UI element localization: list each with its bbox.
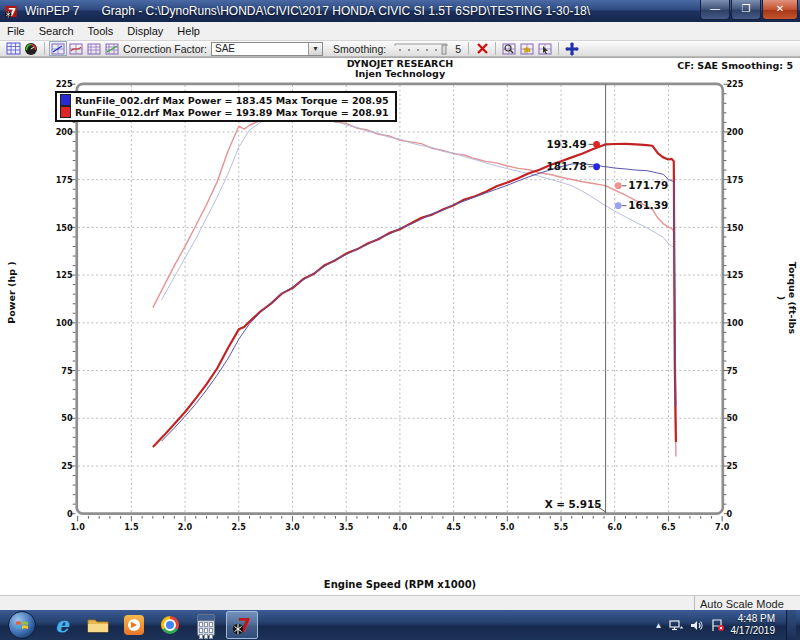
- graph-type-4-button[interactable]: [103, 41, 121, 56]
- action-center-flag-icon[interactable]: [710, 619, 725, 632]
- app-name: WinPEP 7: [25, 4, 79, 18]
- taskbar: e ▶ 7 ▲: [0, 610, 800, 640]
- menu-file[interactable]: File: [0, 23, 32, 39]
- callout-dot: [615, 202, 622, 209]
- cursor-label: X = 5.915: [545, 498, 602, 510]
- status-bar: Auto Scale Mode: [0, 595, 800, 611]
- chart-header-cf: CF: SAE Smoothing: 5: [677, 60, 793, 71]
- x-tick-label: 2.5: [232, 522, 247, 532]
- zoom-tool-button[interactable]: [500, 41, 518, 56]
- y-tick-label-right: 75: [726, 366, 738, 376]
- red-x-icon: [476, 42, 489, 55]
- toolbar: Correction Factor: SAE ▼ Smoothing: 5: [0, 41, 800, 57]
- legend-label: RunFile_002.drf Max Power = 183.45 Max T…: [75, 95, 389, 106]
- pointer-grid-icon: [538, 43, 552, 55]
- y-tick-label-left: 200: [56, 127, 73, 137]
- x-tick-label: 4.5: [446, 522, 461, 532]
- correction-factor-label: Correction Factor:: [123, 43, 207, 55]
- correction-factor-dropdown[interactable]: SAE ▼: [211, 42, 323, 56]
- winpep-app-icon: 7: [4, 4, 20, 19]
- y-tick-label-left: 150: [56, 223, 73, 233]
- scale-mode-indicator: Auto Scale Mode: [694, 596, 800, 611]
- x-tick-label: 1.5: [124, 522, 139, 532]
- chrome-icon[interactable]: [154, 611, 186, 639]
- blue-cross-icon: [565, 42, 579, 56]
- x-tick-label: 5.0: [500, 522, 515, 532]
- y-tick-label-left: 100: [56, 318, 73, 328]
- callout-dot: [615, 182, 622, 189]
- x-tick-label: 2.0: [178, 522, 193, 532]
- x-tick-label: 6.0: [608, 522, 623, 532]
- y-tick-label-left: 0: [67, 509, 73, 519]
- graph-type-3-icon: [87, 43, 101, 55]
- gauge-view-button[interactable]: [22, 41, 40, 56]
- windows-logo-icon: [15, 618, 29, 632]
- graph-view-button[interactable]: [4, 41, 22, 56]
- legend-swatch-blue: [60, 94, 71, 106]
- move-axes-button[interactable]: [563, 41, 581, 56]
- hidden-icons-chevron[interactable]: ▲: [655, 621, 663, 630]
- internet-explorer-icon[interactable]: e: [46, 611, 78, 639]
- pan-hand-icon: [520, 43, 534, 55]
- callout-dot: [593, 163, 600, 170]
- show-desktop-button[interactable]: [786, 610, 796, 640]
- speaker-icon[interactable]: [690, 619, 704, 632]
- legend-swatch-red: [60, 106, 71, 118]
- graph-type-2-button[interactable]: [67, 41, 85, 56]
- chart-area: 1.01.52.02.53.03.54.04.55.05.56.06.57.00…: [0, 57, 800, 596]
- menu-display[interactable]: Display: [120, 23, 170, 39]
- clock-date: 4/17/2019: [731, 625, 776, 637]
- network-icon[interactable]: [669, 619, 684, 632]
- delete-run-button[interactable]: [473, 41, 491, 56]
- correction-factor-value: SAE: [212, 43, 308, 54]
- menu-tools[interactable]: Tools: [81, 23, 121, 39]
- y-tick-label-left: 75: [61, 366, 73, 376]
- y-tick-label-left: 125: [56, 270, 73, 280]
- y-tick-label-right: 225: [726, 79, 743, 89]
- calculator-icon[interactable]: [190, 611, 222, 639]
- x-tick-label: 3.0: [285, 522, 300, 532]
- callout-label: 181.78: [547, 160, 587, 172]
- taskbar-clock[interactable]: 4:48 PM 4/17/2019: [731, 613, 776, 637]
- system-tray: ▲ 4:48 PM 4/17/2019: [655, 610, 800, 640]
- callout-label: 161.39: [628, 199, 668, 211]
- file-explorer-icon[interactable]: [82, 611, 114, 639]
- graph-type-3-button[interactable]: [85, 41, 103, 56]
- graph-grid-icon: [6, 42, 21, 55]
- winpep-logo-icon: 7: [231, 614, 253, 636]
- winpep-taskbar-button[interactable]: 7: [226, 611, 258, 639]
- legend-row: RunFile_012.drf Max Power = 193.89 Max T…: [60, 106, 389, 118]
- callout-dot: [593, 141, 600, 148]
- toolbar-separator: [558, 42, 559, 55]
- menu-search[interactable]: Search: [32, 23, 81, 39]
- select-tool-button[interactable]: [536, 41, 554, 56]
- x-tick-label: 4.0: [393, 522, 408, 532]
- y-tick-label-right: 0: [726, 509, 732, 519]
- close-button[interactable]: ✕: [762, 0, 798, 20]
- smoothing-label: Smoothing:: [333, 43, 386, 55]
- y-tick-label-right: 125: [726, 270, 743, 280]
- minimize-button[interactable]: —: [700, 0, 730, 20]
- zoom-grid-icon: [502, 43, 516, 55]
- pan-tool-button[interactable]: [518, 41, 536, 56]
- y-tick-label-left: 175: [56, 175, 73, 185]
- toolbar-separator: [44, 42, 45, 55]
- start-button[interactable]: [8, 611, 36, 639]
- folder-icon: [87, 616, 109, 634]
- title-bar: 7 WinPEP 7 Graph - C:\DynoRuns\HONDA\CIV…: [0, 0, 800, 22]
- callout-label: 193.49: [547, 138, 587, 150]
- smoothing-slider[interactable]: [393, 43, 449, 55]
- y-tick-label-left: 225: [56, 79, 73, 89]
- dyno-chart-svg[interactable]: 1.01.52.02.53.03.54.04.55.05.56.06.57.00…: [0, 58, 800, 596]
- y-tick-label-right: 25: [726, 461, 738, 471]
- dropdown-arrow-icon[interactable]: ▼: [308, 43, 322, 55]
- y-tick-label-right: 50: [726, 413, 738, 423]
- chart-legend: RunFile_002.drf Max Power = 183.45 Max T…: [55, 91, 397, 122]
- restore-button[interactable]: ❐: [731, 0, 761, 20]
- y-axis-title-power: Power (hp ): [6, 253, 17, 333]
- y-tick-label-left: 25: [61, 461, 73, 471]
- graph-type-1-button[interactable]: [49, 41, 67, 56]
- menu-help[interactable]: Help: [170, 23, 207, 39]
- desktop: 7 WinPEP 7 Graph - C:\DynoRuns\HONDA\CIV…: [0, 0, 800, 640]
- media-player-icon[interactable]: ▶: [118, 611, 150, 639]
